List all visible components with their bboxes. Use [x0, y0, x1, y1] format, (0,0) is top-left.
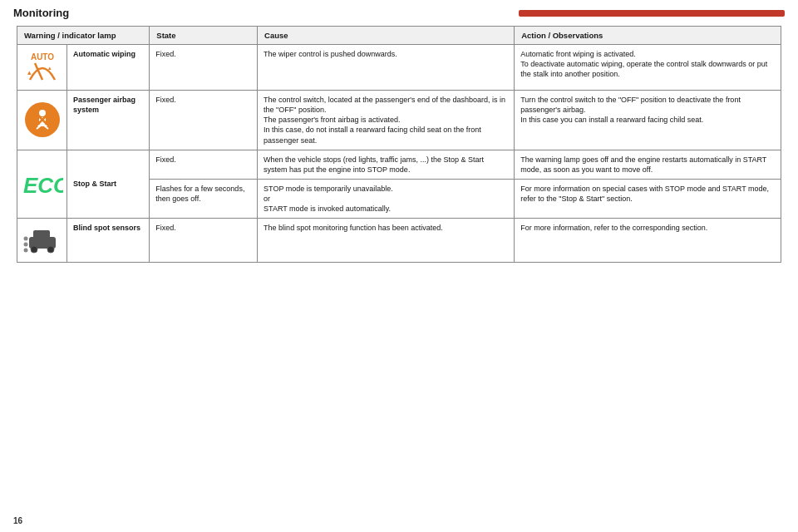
svg-point-17 [23, 243, 27, 247]
stop-start-state1: Fixed. [155, 155, 176, 164]
page-header: Monitoring [0, 0, 798, 22]
page-title: Monitoring [13, 7, 519, 19]
col-header-cause: Cause [258, 27, 515, 45]
warning-table: Warning / indicator lamp State Cause Act… [17, 26, 781, 263]
stop-start-state1-cell: Fixed. [150, 150, 258, 179]
table-row: Passenger airbag system Fixed. The contr… [17, 91, 781, 150]
auto-wipe-cause: The wiper control is pushed downwards. [264, 50, 397, 58]
passenger-airbag-icon-cell [17, 91, 67, 150]
stop-start-state2: Flashes for a few seconds, then goes off… [155, 185, 244, 203]
page-footer: 16 [13, 516, 22, 525]
blind-spot-name: Blind spot sensors [73, 224, 140, 232]
stop-start-name: Stop & Start [73, 180, 116, 188]
passenger-airbag-name: Passenger airbag system [73, 96, 135, 114]
stop-start-cause2-cell: STOP mode is temporarily unavailable.orS… [258, 179, 515, 218]
svg-point-16 [23, 237, 27, 241]
eco-icon: ECO [22, 171, 63, 198]
auto-wipe-state: Fixed. [155, 50, 176, 58]
auto-wipe-state-cell: Fixed. [150, 45, 258, 91]
passenger-airbag-action: Turn the control switch to the "OFF" pos… [520, 96, 741, 124]
svg-point-18 [23, 249, 27, 253]
svg-rect-13 [33, 230, 50, 239]
blind-spot-state-cell: Fixed. [150, 219, 258, 263]
svg-point-14 [31, 246, 37, 253]
stop-start-action1-cell: The warning lamp goes off and the engine… [515, 150, 781, 179]
svg-point-15 [47, 246, 54, 253]
svg-text:▴: ▴ [48, 65, 52, 71]
table-row: Blind spot sensors Fixed. The blind spot… [17, 219, 781, 263]
stop-start-cause1: When the vehicle stops (red lights, traf… [264, 155, 484, 174]
stop-start-name-cell: Stop & Start [67, 150, 150, 219]
col-header-action: Action / Observations [515, 27, 781, 45]
airbag-svg [30, 107, 55, 132]
auto-wipe-name: Automatic wiping [73, 50, 135, 58]
passenger-airbag-state: Fixed. [155, 96, 176, 104]
passenger-airbag-name-cell: Passenger airbag system [67, 91, 150, 150]
auto-wipe-action: Automatic front wiping is activated.To d… [520, 50, 767, 78]
blind-spot-name-cell: Blind spot sensors [67, 219, 150, 263]
stop-start-action2: For more information on special cases wi… [520, 185, 769, 203]
auto-wipe-icon-cell: AUTO ▴ ▴ [17, 45, 67, 91]
svg-text:AUTO: AUTO [30, 52, 53, 62]
passenger-airbag-cause-cell: The control switch, located at the passe… [258, 91, 515, 150]
table-row: ECO Stop & Start Fixed. When the vehicle… [17, 150, 781, 179]
auto-wipe-cause-cell: The wiper control is pushed downwards. [258, 45, 515, 91]
col-header-lamp: Warning / indicator lamp [17, 27, 150, 45]
passenger-airbag-state-cell: Fixed. [150, 91, 258, 150]
stop-start-state2-cell: Flashes for a few seconds, then goes off… [150, 179, 258, 218]
blind-spot-cause: The blind spot monitoring function has b… [264, 224, 443, 232]
stop-start-cause1-cell: When the vehicle stops (red lights, traf… [258, 150, 515, 179]
blind-spot-icon [22, 222, 62, 259]
stop-start-action1: The warning lamp goes off and the engine… [520, 155, 766, 174]
passenger-airbag-icon [25, 102, 60, 137]
svg-text:▴: ▴ [27, 68, 32, 76]
blind-spot-icon-cell [17, 219, 67, 263]
col-header-state: State [150, 27, 258, 45]
passenger-airbag-cause: The control switch, located at the passe… [264, 96, 505, 145]
page-number: 16 [13, 516, 22, 525]
auto-wipe-action-cell: Automatic front wiping is activated.To d… [515, 45, 781, 91]
eco-icon-cell: ECO [17, 150, 67, 219]
svg-text:ECO: ECO [23, 173, 63, 198]
blind-spot-state: Fixed. [155, 224, 176, 232]
stop-start-cause2: STOP mode is temporarily unavailable.orS… [264, 185, 393, 213]
passenger-airbag-action-cell: Turn the control switch to the "OFF" pos… [515, 91, 781, 150]
blind-spot-action-cell: For more information, refer to the corre… [515, 219, 781, 263]
table-row: AUTO ▴ ▴ Automatic wiping Fixed. [17, 45, 781, 91]
auto-wipe-name-cell: Automatic wiping [67, 45, 150, 91]
stop-start-action2-cell: For more information on special cases wi… [515, 179, 781, 218]
blind-spot-cause-cell: The blind spot monitoring function has b… [258, 219, 515, 263]
table-header-row: Warning / indicator lamp State Cause Act… [17, 27, 781, 45]
main-content: Warning / indicator lamp State Cause Act… [0, 22, 798, 271]
auto-wipe-icon: AUTO ▴ ▴ [23, 48, 62, 86]
header-accent-bar [519, 10, 785, 17]
blind-spot-action: For more information, refer to the corre… [520, 224, 707, 232]
svg-point-4 [39, 110, 46, 116]
